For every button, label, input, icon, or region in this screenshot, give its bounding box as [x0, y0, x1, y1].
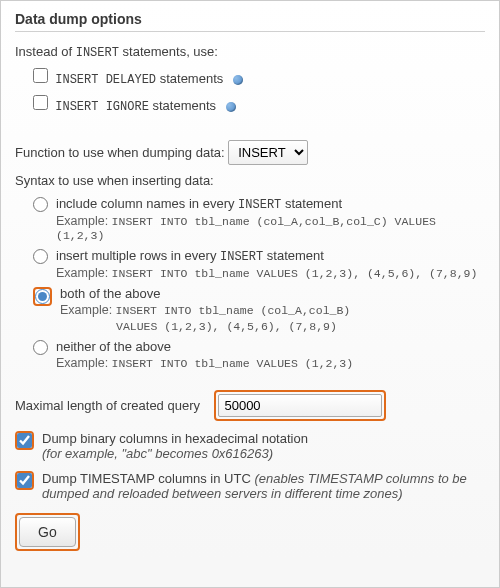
text: Instead of	[15, 44, 76, 59]
example-code: INSERT INTO tbl_name VALUES (1,2,3)	[112, 357, 354, 370]
code: INSERT	[76, 46, 119, 60]
highlight-box	[15, 431, 34, 450]
insert-delayed-row: INSERT DELAYED statements	[33, 68, 485, 87]
code: INSERT	[220, 250, 263, 264]
radio-both[interactable]	[35, 289, 50, 304]
text: statement	[263, 248, 324, 263]
function-label: Function to use when dumping data:	[15, 145, 228, 160]
radio-include-columns[interactable]	[33, 197, 48, 212]
dump-utc-checkbox[interactable]	[17, 473, 32, 488]
radio-neither[interactable]	[33, 340, 48, 355]
example-label: Example:	[56, 266, 112, 280]
help-icon[interactable]	[226, 102, 236, 112]
highlight-box	[214, 390, 386, 421]
syntax-label: Syntax to use when inserting data:	[15, 173, 485, 188]
dump-function-select[interactable]: INSERT	[228, 140, 308, 165]
syntax-option-colnames: include column names in every INSERT sta…	[33, 196, 485, 242]
text: neither of the above	[56, 339, 171, 354]
code: INSERT IGNORE	[55, 100, 149, 114]
dump-hex-row: Dump binary columns in hexadecimal notat…	[15, 431, 485, 461]
dump-hex-note: (for example, "abc" becomes 0x616263)	[42, 446, 273, 461]
code: INSERT DELAYED	[55, 73, 156, 87]
max-length-row: Maximal length of created query	[15, 390, 485, 421]
section-title: Data dump options	[15, 11, 485, 32]
insert-ignore-row: INSERT IGNORE statements	[33, 95, 485, 114]
max-length-label: Maximal length of created query	[15, 398, 200, 413]
text: statements	[156, 71, 223, 86]
highlight-box: Go	[15, 513, 80, 551]
example-code: INSERT INTO tbl_name (col_A,col_B)	[116, 304, 351, 317]
dump-hex-label: Dump binary columns in hexadecimal notat…	[42, 431, 308, 446]
text: statements	[149, 98, 216, 113]
syntax-option-multirow: insert multiple rows in every INSERT sta…	[33, 248, 485, 280]
code: INSERT	[238, 198, 281, 212]
dump-utc-row: Dump TIMESTAMP columns in UTC (enables T…	[15, 471, 485, 501]
highlight-box	[33, 287, 52, 306]
highlight-box	[15, 471, 34, 490]
text: include column names in every	[56, 196, 238, 211]
intro-line: Instead of INSERT statements, use:	[15, 44, 485, 60]
example-code: VALUES (1,2,3), (4,5,6), (7,8,9)	[116, 320, 337, 333]
radio-multiple-rows[interactable]	[33, 249, 48, 264]
dump-hex-checkbox[interactable]	[17, 433, 32, 448]
text: both of the above	[60, 286, 160, 301]
go-button[interactable]: Go	[19, 517, 76, 547]
syntax-option-neither: neither of the above Example: INSERT INT…	[33, 339, 485, 370]
max-length-input[interactable]	[218, 394, 382, 417]
text: insert multiple rows in every	[56, 248, 220, 263]
data-dump-options-panel: Data dump options Instead of INSERT stat…	[0, 0, 500, 588]
dump-utc-label: Dump TIMESTAMP columns in UTC	[42, 471, 254, 486]
insert-delayed-checkbox[interactable]	[33, 68, 48, 83]
example-label: Example:	[56, 214, 112, 228]
insert-ignore-checkbox[interactable]	[33, 95, 48, 110]
function-row: Function to use when dumping data: INSER…	[15, 140, 485, 165]
example-code: INSERT INTO tbl_name (col_A,col_B,col_C)…	[56, 215, 436, 242]
example-code: INSERT INTO tbl_name VALUES (1,2,3), (4,…	[112, 267, 478, 280]
help-icon[interactable]	[233, 75, 243, 85]
text: statements, use:	[119, 44, 218, 59]
text: statement	[281, 196, 342, 211]
example-label: Example:	[56, 356, 112, 370]
syntax-option-both: both of the above Example: INSERT INTO t…	[33, 286, 485, 333]
example-label: Example:	[60, 303, 116, 317]
